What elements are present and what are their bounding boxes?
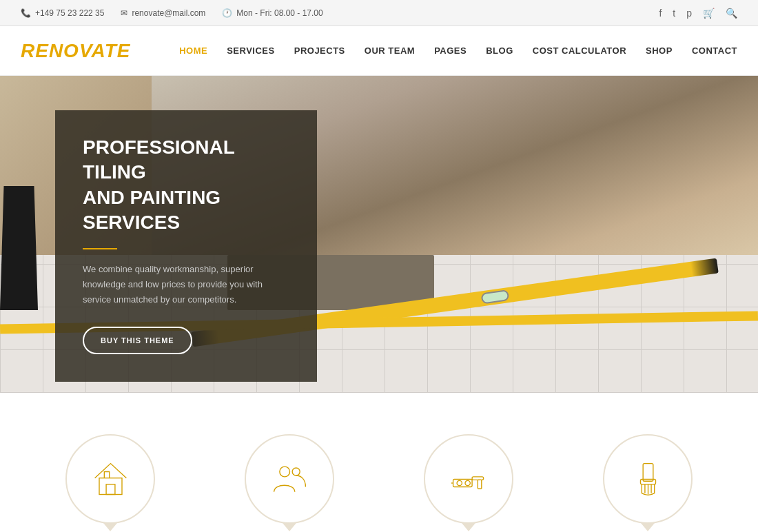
phone-number: +149 75 23 222 35 xyxy=(35,8,104,18)
svg-rect-8 xyxy=(478,480,482,489)
svg-point-5 xyxy=(457,480,462,485)
email-icon: ✉ xyxy=(121,8,127,18)
hero-divider xyxy=(83,248,117,249)
nav-services[interactable]: SERVICES xyxy=(227,45,275,56)
hero-description: We combine quality workmanship, superior… xyxy=(83,262,289,307)
icon-item-house xyxy=(28,434,193,531)
svg-point-3 xyxy=(292,468,300,475)
nav-pages[interactable]: PAGES xyxy=(434,45,467,56)
email-address: renovate@mail.com xyxy=(132,8,205,18)
nav-shop[interactable]: SHOP xyxy=(646,45,673,56)
main-nav: HOME SERVICES PROJECTS OUR TEAM PAGES BL… xyxy=(179,45,737,56)
icon-pointer-paint xyxy=(641,523,655,531)
phone-icon: 📞 xyxy=(21,8,31,18)
nav-projects[interactable]: PROJECTS xyxy=(294,45,345,56)
clock-icon: 🕐 xyxy=(222,8,232,18)
tools-icon xyxy=(450,460,488,498)
svg-rect-4 xyxy=(453,479,472,487)
svg-rect-1 xyxy=(106,484,115,494)
top-bar: 📞 +149 75 23 222 35 ✉ renovate@mail.com … xyxy=(0,0,758,26)
level-bubble xyxy=(480,289,509,304)
pinterest-icon[interactable]: p xyxy=(686,8,692,19)
svg-point-2 xyxy=(279,467,289,477)
house-icon xyxy=(92,460,130,498)
icon-item-team xyxy=(207,434,372,531)
hero-title: PROFESSIONAL TILING AND PAINTING SERVICE… xyxy=(83,135,289,236)
team-icon xyxy=(271,460,309,498)
hero-overlay: PROFESSIONAL TILING AND PAINTING SERVICE… xyxy=(55,110,317,382)
twitter-icon[interactable]: t xyxy=(673,8,675,19)
bucket xyxy=(0,186,38,310)
site-logo[interactable]: RENOVATE xyxy=(21,40,130,62)
paint-icon xyxy=(629,460,667,498)
icons-section xyxy=(0,393,758,532)
svg-rect-10 xyxy=(643,463,653,481)
svg-rect-0 xyxy=(99,478,122,494)
business-hours: Mon - Fri: 08.00 - 17.00 xyxy=(236,8,322,18)
email-item: ✉ renovate@mail.com xyxy=(121,8,205,18)
header: RENOVATE HOME SERVICES PROJECTS OUR TEAM… xyxy=(0,26,758,76)
icon-circle-house xyxy=(65,434,155,524)
icon-circle-paint xyxy=(603,434,693,524)
buy-theme-button[interactable]: BUY THIS THEME xyxy=(83,327,192,354)
phone-item: 📞 +149 75 23 222 35 xyxy=(21,8,104,18)
svg-rect-7 xyxy=(472,476,484,480)
nav-blog[interactable]: BLOG xyxy=(486,45,513,56)
facebook-icon[interactable]: f xyxy=(659,8,662,19)
icon-circle-team xyxy=(245,434,334,524)
icon-item-tools xyxy=(386,434,551,531)
search-icon[interactable]: 🔍 xyxy=(726,8,737,19)
top-bar-left: 📞 +149 75 23 222 35 ✉ renovate@mail.com … xyxy=(21,8,323,18)
icon-pointer-team xyxy=(283,523,296,531)
svg-point-6 xyxy=(465,480,470,485)
cart-icon[interactable]: 🛒 xyxy=(703,8,715,19)
nav-home[interactable]: HOME xyxy=(179,45,207,56)
nav-our-team[interactable]: OUR TEAM xyxy=(365,45,415,56)
hero-section: PROFESSIONAL TILING AND PAINTING SERVICE… xyxy=(0,76,758,393)
icon-pointer-tools xyxy=(462,523,475,531)
icon-item-paint xyxy=(565,434,730,531)
social-icons: f t p 🛒 🔍 xyxy=(659,8,737,19)
icon-pointer-house xyxy=(103,523,117,531)
nav-contact[interactable]: CONTACT xyxy=(692,45,737,56)
hours-item: 🕐 Mon - Fri: 08.00 - 17.00 xyxy=(222,8,322,18)
nav-cost-calculator[interactable]: COST CALCULATOR xyxy=(533,45,626,56)
icon-circle-tools xyxy=(424,434,513,524)
